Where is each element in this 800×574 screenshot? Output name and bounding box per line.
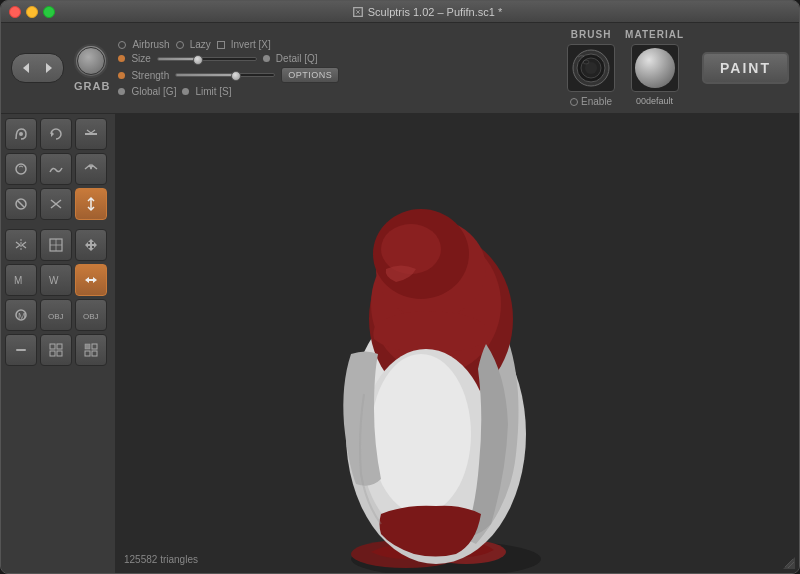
tool-move[interactable] [75, 229, 107, 261]
strength-label: Strength [131, 70, 169, 81]
tool-wireframe[interactable] [40, 229, 72, 261]
extra2-icon: OBJ [47, 306, 65, 324]
flatten-icon [82, 125, 100, 143]
left-toolbar: M W M [1, 114, 116, 573]
tool-grid2[interactable] [75, 334, 107, 366]
tool-smooth[interactable] [40, 153, 72, 185]
extra1-icon: M [12, 306, 30, 324]
top-toolbar: GRAB Airbrush Lazy Invert [X] Size [1, 23, 799, 114]
maximize-button[interactable] [43, 6, 55, 18]
tool-row-4 [5, 229, 111, 261]
main-content: M W M [1, 114, 799, 573]
tool-row-6: M OBJ OBJ [5, 299, 111, 331]
tool-row-5: M W [5, 264, 111, 296]
draw-icon [12, 125, 30, 143]
enable-radio[interactable] [570, 98, 578, 106]
nav-arrows[interactable] [11, 53, 64, 83]
nav-forward[interactable] [38, 57, 60, 79]
rotate-icon [47, 125, 65, 143]
svg-marker-0 [23, 63, 29, 73]
lazy-radio[interactable] [176, 41, 184, 49]
detail-label: Detail [Q] [276, 53, 318, 64]
close-button[interactable] [9, 6, 21, 18]
minimize-button[interactable] [26, 6, 38, 18]
brush-thumbnail[interactable] [567, 44, 615, 92]
global-label: Global [G] [131, 86, 176, 97]
window-title: Sculptris 1.02 – Pufifn.sc1 * [63, 6, 791, 18]
tool-grid1[interactable] [40, 334, 72, 366]
move-icon [82, 236, 100, 254]
tool-obj2[interactable]: W [40, 264, 72, 296]
mask-icon [12, 195, 30, 213]
tool-btn-extra1[interactable]: M [5, 299, 37, 331]
tool-mask[interactable] [5, 188, 37, 220]
invert-checkbox[interactable] [217, 41, 225, 49]
svg-point-7 [19, 132, 23, 136]
tool-crease[interactable] [75, 153, 107, 185]
strength-dot [118, 72, 125, 79]
brush-mode-row: Airbrush Lazy Invert [X] [118, 39, 549, 50]
viewport[interactable]: 125582 triangles [116, 114, 799, 573]
tool-row-7 [5, 334, 111, 366]
tool-symmetry[interactable] [5, 229, 37, 261]
nav-back[interactable] [15, 57, 37, 79]
material-sphere [635, 48, 675, 88]
material-thumbnail[interactable] [631, 44, 679, 92]
material-header: MATERIAL [625, 29, 684, 40]
tool-grab[interactable] [75, 188, 107, 220]
size-row: Size Detail [Q] [118, 53, 549, 64]
svg-marker-1 [46, 63, 52, 73]
tool-minus[interactable] [5, 334, 37, 366]
svg-rect-30 [85, 351, 90, 356]
airbrush-radio[interactable] [118, 41, 126, 49]
svg-text:W: W [49, 275, 59, 286]
strength-slider[interactable] [175, 73, 275, 77]
grid2-icon [82, 341, 100, 359]
back-arrow-icon [21, 61, 31, 75]
tool-rotate[interactable] [40, 118, 72, 150]
viewport-svg [116, 114, 799, 573]
size-label: Size [131, 53, 150, 64]
limit-dot [182, 88, 189, 95]
tool-flatten[interactable] [75, 118, 107, 150]
enable-label: Enable [581, 96, 612, 107]
lazy-label: Lazy [190, 39, 211, 50]
triangle-count: 125582 triangles [124, 554, 198, 565]
grab-icon [82, 195, 100, 213]
size-slider[interactable] [157, 57, 257, 61]
grab-button[interactable] [74, 44, 108, 78]
tool-btn-extra2[interactable]: OBJ [40, 299, 72, 331]
title-text: Sculptris 1.02 – Pufifn.sc1 * [368, 6, 503, 18]
material-section: MATERIAL 00default [625, 29, 684, 106]
toolbar-controls: Airbrush Lazy Invert [X] Size Detail [Q] [118, 39, 549, 97]
size-dot [118, 55, 125, 62]
options-button[interactable]: OPTIONS [281, 67, 339, 83]
resize-icon [783, 557, 795, 569]
tool-inflate[interactable] [5, 153, 37, 185]
minus-icon [12, 341, 30, 359]
symmetry-icon [12, 236, 30, 254]
arrows-icon [82, 271, 100, 289]
tool-row-3 [5, 188, 111, 220]
tool-obj1[interactable]: M [5, 264, 37, 296]
global-row: Global [G] Limit [S] [118, 86, 549, 97]
extra3-icon: OBJ [82, 306, 100, 324]
material-name: 00default [636, 96, 673, 106]
tool-draw[interactable] [5, 118, 37, 150]
brush-material-section: BRUSH Enable [567, 29, 789, 107]
crease-icon [82, 160, 100, 178]
svg-text:OBJ: OBJ [48, 312, 64, 321]
pinch-icon [47, 195, 65, 213]
tool-btn-extra3[interactable]: OBJ [75, 299, 107, 331]
brush-section: BRUSH Enable [567, 29, 615, 107]
forward-arrow-icon [44, 61, 54, 75]
tool-obj3[interactable] [75, 264, 107, 296]
svg-point-43 [381, 224, 441, 274]
app-window: Sculptris 1.02 – Pufifn.sc1 * GRAB [0, 0, 800, 574]
obj2-icon: W [47, 271, 65, 289]
svg-rect-29 [92, 344, 97, 349]
limit-label: Limit [S] [195, 86, 231, 97]
svg-rect-25 [57, 344, 62, 349]
tool-pinch[interactable] [40, 188, 72, 220]
paint-button[interactable]: PAINT [702, 52, 789, 84]
